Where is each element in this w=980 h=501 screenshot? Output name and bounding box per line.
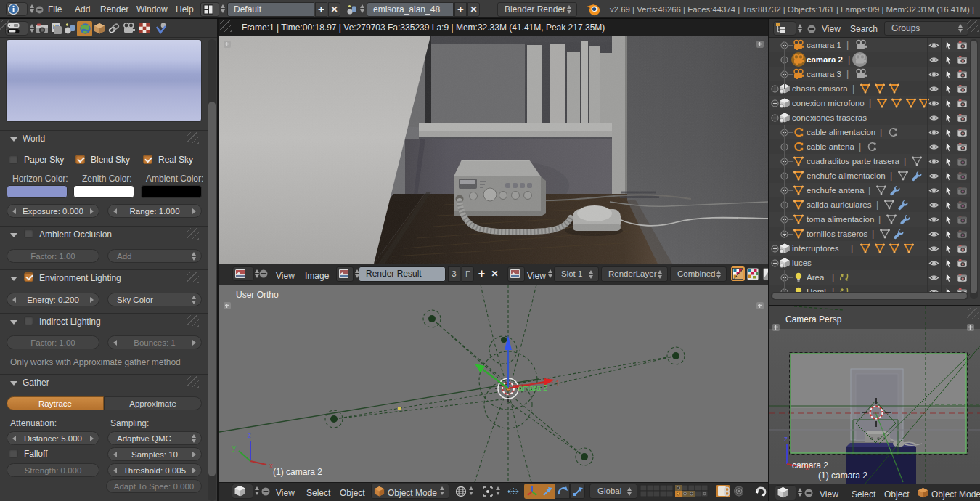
svg-text:(1) camara 2: (1) camara 2 bbox=[273, 467, 322, 477]
svg-text:User Ortho: User Ortho bbox=[236, 290, 279, 300]
svg-text:(1) camara 2: (1) camara 2 bbox=[818, 471, 867, 481]
svg-text:1: 1 bbox=[555, 379, 560, 388]
svg-text:Camera Persp: Camera Persp bbox=[785, 314, 842, 325]
svg-text:y: y bbox=[232, 444, 236, 452]
svg-text:camara 2: camara 2 bbox=[792, 460, 828, 471]
svg-text:z: z bbox=[248, 431, 251, 439]
svg-text:amara 2: amara 2 bbox=[518, 383, 547, 392]
svg-text:z: z bbox=[784, 435, 788, 443]
